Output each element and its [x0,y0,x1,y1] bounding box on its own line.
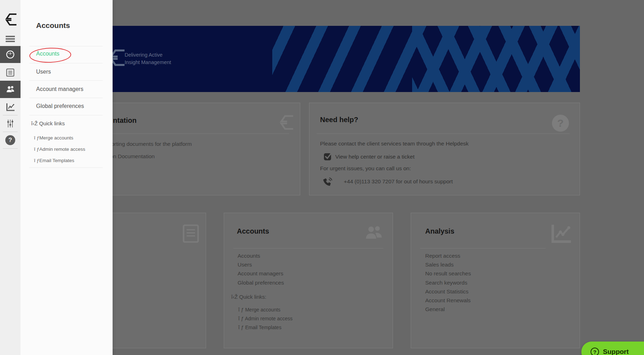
accounts-link-accounts[interactable]: Accounts [238,253,260,259]
divider [29,115,103,115]
flyout-item-global-preferences[interactable]: Global preferences [36,103,84,109]
sidebar-item-analysis[interactable] [0,99,21,115]
banner-stripes-backward [412,26,580,92]
sidebar-item-settings[interactable] [0,116,21,131]
tagline-line2: Insight Management [125,59,171,66]
menu-icon[interactable] [0,34,21,44]
flyout-title: Accounts [36,21,70,30]
divider [29,63,103,63]
sidebar-item-accounts-users[interactable] [0,81,21,98]
brand-logo-watermark-icon [278,114,294,133]
sidebar-item-help[interactable]: ? [0,132,21,148]
ticket-checkbox-icon [324,153,332,162]
documentation-card-title: ntation [113,116,137,125]
question-mark-watermark-icon: ? [552,115,569,132]
flyout-item-users[interactable]: Users [36,69,51,75]
accounts-link-users[interactable]: Users [238,262,252,268]
accounts-link-managers[interactable]: Account managers [238,270,283,277]
support-button[interactable]: ? Support [581,342,644,355]
flyout-quick-link-merge-accounts[interactable]: î ƒMerge accounts [34,135,73,141]
urgent-issues-label: For urgent issues, you can call us on: [320,165,411,172]
analysis-card: Analysis Report access Sales leads No re… [411,213,580,348]
admin-page: Delivering Active Insight Management nta… [0,0,644,355]
need-help-intro: Please contact the client services team … [320,141,469,147]
analysis-card-title: Analysis [425,227,454,235]
divider [3,132,18,132]
flyout-item-accounts[interactable]: Accounts [36,51,59,57]
accounts-card: Accounts Accounts Users Account managers… [224,213,393,348]
divider [3,115,18,115]
flyout-quick-link-email-templates[interactable]: î ƒEmail Templates [34,158,74,163]
chart-watermark-icon [550,223,572,246]
divider [3,148,18,149]
icon-rail: ? [0,0,21,355]
users-watermark-icon [364,223,384,245]
sidebar-item-dashboard[interactable] [0,46,21,63]
documentation-link-supporting-docs[interactable]: pporting documents for the platform [105,141,192,147]
accounts-link-globalpref[interactable]: Global preferences [238,280,284,286]
phone-number-text: +44 (0)113 320 7207 for out of hours sup… [344,178,453,185]
phone-icon [323,177,332,187]
banner-tagline: Delivering Active Insight Management [125,51,171,66]
tagline-line1: Delivering Active [125,51,171,59]
divider [29,167,103,168]
need-help-card: Need help? ? Please contact the client s… [309,103,580,195]
need-help-title: Need help? [320,116,358,124]
analysis-link-report-access[interactable]: Report access [425,253,460,259]
divider [420,248,546,248]
analysis-link-general[interactable]: General [425,306,445,313]
accounts-card-title: Accounts [237,227,269,235]
divider [29,98,103,98]
analysis-link-account-renewals[interactable]: Account Renewals [425,297,471,304]
sidebar-item-content[interactable] [0,64,21,81]
app-logo-icon[interactable] [0,8,21,31]
analysis-link-search-keywords[interactable]: Search keywords [425,280,467,286]
flyout-quick-links-header[interactable]: î‹Ž Quick links [31,120,65,126]
divider [233,248,383,248]
divider [29,80,103,81]
divider [317,133,570,134]
divider [29,46,103,46]
accounts-quick-links-header: î‹Ž Quick links: [231,294,266,300]
support-button-label: Support [603,348,629,355]
help-center-link[interactable]: View help center or raise a ticket [335,154,415,160]
analysis-link-no-result[interactable]: No result searches [425,270,471,277]
flyout-item-account-managers[interactable]: Account managers [36,86,83,92]
quick-link-admin-remote[interactable]: î ƒ Admin remote access [238,316,292,321]
quick-link-merge-accounts[interactable]: î ƒ Merge accounts [238,307,280,313]
accounts-flyout-panel: Accounts Accounts Users Account managers… [21,0,113,355]
support-question-icon: ? [591,348,599,355]
quick-link-email-templates[interactable]: î ƒ Email Templates [238,325,281,330]
help-question-icon: ? [5,135,15,145]
analysis-link-sales-leads[interactable]: Sales leads [425,262,454,268]
flyout-quick-link-admin-remote[interactable]: î ƒAdmin remote access [34,147,85,152]
analysis-link-account-stats[interactable]: Account Statistics [425,288,468,295]
document-watermark-icon [182,224,200,245]
